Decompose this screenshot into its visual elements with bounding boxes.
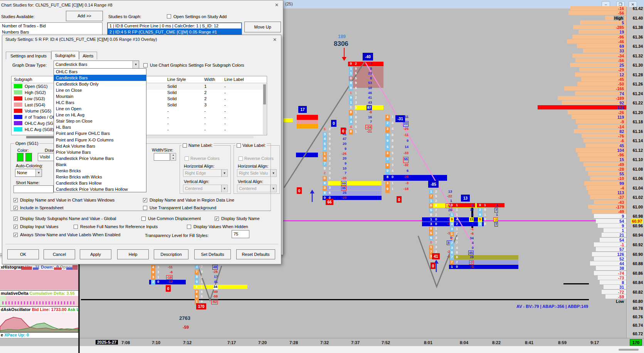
dropdown-item[interactable]: Stair Step on Close [54,118,146,124]
short-name-input[interactable] [13,185,54,193]
delta-value: 17 [204,275,218,280]
horizontal-align-select[interactable]: Right Side Valu▼ [237,169,277,177]
ladder-row: 55 [535,171,644,176]
dropdown-item[interactable]: Line on HL Avg [54,112,146,118]
ok-button[interactable]: OK [7,249,39,259]
bid-count: 1 [429,190,433,194]
ask-count: 3 [390,157,395,163]
ladder-delta: 55 [619,171,624,176]
vertical-align-label: Vertical Align: [184,179,209,184]
dropdown-item[interactable]: Candlestick Bars [54,75,146,81]
add-button[interactable]: Add >> [66,11,103,21]
tab-alerts[interactable]: Alerts [79,52,97,59]
dropdown-item[interactable]: Renko Bricks [54,168,146,174]
description-button[interactable]: Description [154,249,188,259]
dropdown-item[interactable]: Line on Close [54,87,146,93]
vscroll-thumb[interactable] [263,84,266,104]
resize-handle[interactable] [619,349,639,351]
list-item[interactable]: Number of Trades - Bid [0,23,102,29]
horizontal-align-select[interactable]: Right Edge▼ [183,169,228,177]
set-defaults-button[interactable]: Set Defaults [194,249,231,259]
bar-counter-badge: 170 [630,339,642,346]
checkbox[interactable]: ✓ [13,217,18,221]
dropdown-item[interactable]: HL Bars [54,124,146,130]
list-item[interactable]: Numbers Bars [0,29,102,35]
reverse-colors-checkbox[interactable] [239,156,243,161]
checkbox[interactable] [187,225,191,229]
dropdown-item[interactable]: Candlestick Price Volume Bars [54,155,146,161]
checkbox[interactable] [143,206,147,210]
tab-settings-and-inputs[interactable]: Settings and Inputs [6,52,51,59]
delta-value: 99 [341,181,346,186]
footprint-row: 8845 [450,250,474,255]
dropdown-item[interactable]: Renko Bricks with Wicks [54,174,146,180]
use-chart-graphics-checkbox[interactable] [143,63,148,67]
dropdown-item[interactable]: Point and Figure OHLC Bars [54,130,146,136]
time-axis[interactable]: 2025-5-277:087:107:127:177:207:287:327:3… [0,338,644,346]
dropdown-item[interactable]: Blank [54,161,146,168]
dropdown-item[interactable]: Candlestick Price Volume Bars Hollow [54,186,146,192]
move-up-button[interactable]: Move Up [244,22,281,32]
list-item[interactable]: 1 | ID:8 Current Price Line | 0 ms | Cal… [108,23,242,29]
transparency-input[interactable]: 75 [232,230,249,238]
dropdown-item[interactable]: Point and Figure X-O Columns [54,137,146,143]
footprint-row: 4110 [450,208,474,212]
checkbox[interactable]: ✓ [13,233,18,237]
delta-value: 9 [332,161,346,166]
ladder-delta: -1 [620,242,624,247]
dropdown-item[interactable]: Bid Ask Volume Bars [54,143,146,149]
open-settings-checkbox[interactable] [167,14,171,18]
ladder-delta: 12 [619,72,624,77]
delta-value: 1 [487,213,498,217]
reset-defaults-button[interactable]: Reset Defaults [236,249,275,259]
bid-count: 1 [450,232,454,236]
vertical-align-select[interactable]: Centered▼ [183,185,228,192]
tab-subgraphs[interactable]: Subgraphs [51,51,79,59]
footprint-row: 35-33 [385,151,409,157]
close-icon[interactable]: ✕ [271,37,278,43]
bid-count: 0 [429,213,433,217]
delta-value: 7 [332,171,346,176]
table-vscrollbar[interactable] [263,84,266,134]
name-label-group-checkbox[interactable] [183,143,187,148]
delta-dash [2,301,3,304]
cancel-button[interactable]: Cancel [44,249,75,259]
checkbox[interactable] [74,225,78,229]
checkbox-label: Use Transparent Label Background [150,205,216,210]
apply-button[interactable]: Apply [80,249,111,259]
scrollbar-strip[interactable] [0,346,644,353]
list-item[interactable]: 2 | ID:4 5 R FP (CLN25_FUT_CME [C][M] 0.… [108,29,242,35]
width-size-spinner[interactable]: ▲▼ [170,153,176,161]
checkbox[interactable]: ✓ [13,198,18,202]
value-label-group-checkbox[interactable] [237,143,241,148]
chevron-down-icon: ▼ [221,185,227,192]
color-swatch-secondary[interactable] [25,153,32,161]
dropdown-item[interactable]: HLC Bars [54,99,146,106]
ladder-delta: -16 [618,6,624,11]
width-size-input[interactable] [154,153,170,161]
delta-callout: -31 [395,115,405,122]
reverse-colors-checkbox[interactable] [185,156,189,161]
vertical-align-select[interactable]: Centered▼ [237,185,277,192]
dropdown-item[interactable]: Candlestick Bars Hollow [54,180,146,186]
graph-draw-type-select[interactable]: Candlestick Bars ▼ [54,61,139,69]
checkbox[interactable]: ✓ [143,198,147,202]
bid-count: 8 [349,81,353,86]
dropdown-item[interactable]: Mountain [54,93,146,99]
auto-coloring-select[interactable]: None ▼ [15,169,42,177]
checkbox[interactable]: ✓ [13,225,18,229]
color-swatch-primary[interactable] [17,153,24,161]
dropdown-item[interactable]: Candlestick Body Only [54,81,146,87]
draw-style-select[interactable]: Visibl [38,153,55,161]
close-icon[interactable]: ✕ [273,2,280,8]
graph-draw-type-dropdown[interactable]: OHLC BarsCandlestick BarsCandlestick Bod… [54,68,146,192]
ask-count: 1 [455,232,459,236]
dropdown-item[interactable]: Price Volume Bars [54,149,146,155]
checkbox[interactable]: ✓ [215,217,219,221]
checkbox[interactable] [141,217,146,221]
dropdown-item[interactable]: OHLC Bars [54,69,146,75]
checkbox[interactable]: ✓ [13,206,18,210]
help-button[interactable]: Help [117,249,149,259]
dropdown-item[interactable]: Line on Open [54,106,146,112]
price-label: 61.04 [633,186,643,190]
